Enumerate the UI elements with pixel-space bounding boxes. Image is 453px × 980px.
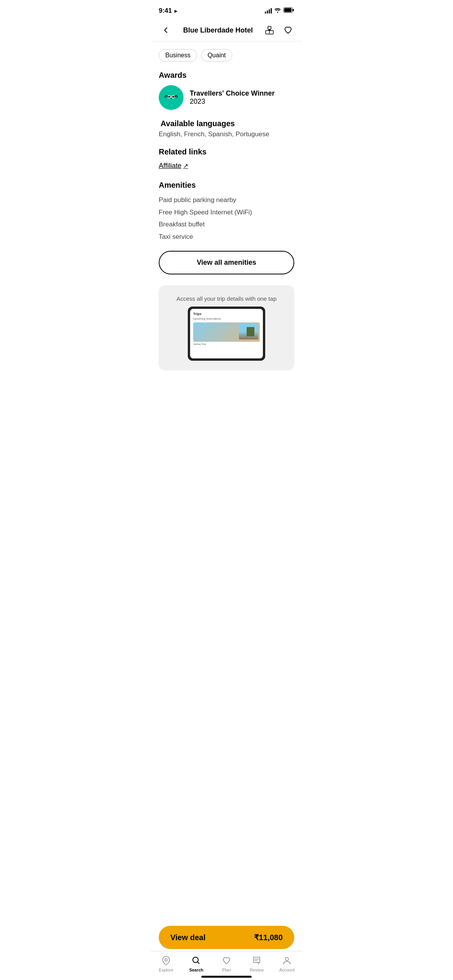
promo-device-image — [193, 322, 260, 342]
view-all-amenities-button[interactable]: View all amenities — [159, 251, 294, 274]
tags-row: Business Quaint — [159, 49, 294, 62]
amenity-wifi: Free High Speed Internet (WiFi) — [159, 207, 294, 218]
amenities-title: Amenities — [159, 181, 294, 190]
svg-point-9 — [172, 96, 174, 98]
amenity-taxi: Taxi service — [159, 232, 294, 242]
amenities-section: Amenities Paid public parking nearby Fre… — [159, 181, 294, 242]
promo-device: Trips Upcoming reservations Joshua Tree — [188, 307, 265, 361]
promo-device-title: Trips — [193, 312, 260, 316]
svg-rect-1 — [293, 9, 294, 11]
promo-card: Access all your trip details with one ta… — [159, 285, 294, 370]
amenity-breakfast: Breakfast buffet — [159, 219, 294, 230]
signal-bars — [265, 8, 272, 14]
languages-title: Available languages — [159, 119, 294, 128]
svg-rect-2 — [284, 8, 292, 12]
share-button[interactable] — [263, 24, 276, 36]
promo-text: Access all your trip details with one ta… — [177, 295, 276, 302]
amenity-parking: Paid public parking nearby — [159, 195, 294, 205]
tag-business[interactable]: Business — [159, 49, 197, 62]
languages-section: Available languages English, French, Spa… — [159, 119, 294, 138]
svg-point-8 — [168, 96, 170, 98]
award-name: Travellers' Choice Winner — [190, 89, 275, 98]
languages-list: English, French, Spanish, Portuguese — [159, 130, 294, 138]
award-item: Travellers' Choice Winner 2023 — [159, 85, 294, 110]
promo-device-location: Joshua Tree — [193, 343, 260, 345]
awards-title: Awards — [159, 71, 294, 80]
status-icons — [265, 7, 294, 14]
related-links-title: Related links — [159, 147, 294, 156]
promo-device-subtitle: Upcoming reservations — [193, 317, 260, 320]
header-actions — [263, 24, 294, 36]
affiliate-link[interactable]: Affiliate ↗ — [159, 162, 294, 170]
status-bar: 9:41 ► — [151, 0, 302, 19]
battery-icon — [283, 7, 294, 14]
location-icon: ► — [173, 8, 178, 14]
header: Blue Liberdade Hotel — [151, 19, 302, 41]
tag-quaint[interactable]: Quaint — [201, 49, 232, 62]
external-link-icon: ↗ — [183, 162, 188, 170]
page-title: Blue Liberdade Hotel — [173, 26, 263, 34]
wifi-icon — [274, 7, 281, 14]
favorite-button[interactable] — [282, 24, 294, 36]
related-links-section: Related links Affiliate ↗ — [159, 147, 294, 170]
back-button[interactable] — [159, 23, 173, 37]
award-text: Travellers' Choice Winner 2023 — [190, 89, 275, 106]
main-content: Business Quaint Awards — [151, 41, 302, 417]
status-time: 9:41 ► — [159, 7, 178, 15]
award-badge — [159, 85, 184, 110]
award-year: 2023 — [190, 98, 275, 106]
svg-rect-3 — [268, 26, 271, 29]
